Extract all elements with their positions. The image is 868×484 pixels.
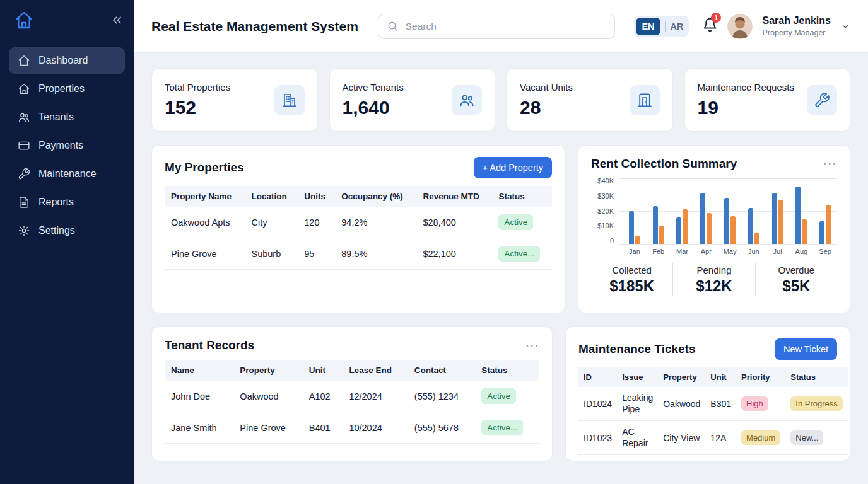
status-badge: High [741,396,768,411]
card-icon [18,139,30,152]
bar-pending [707,213,712,244]
table-row[interactable]: ID1024Leaking PipeOakwoodB301HighIn Prog… [578,387,848,421]
column-header: Name [165,360,233,381]
tenant-records-card: Tenant Records ⋯ NamePropertyUnitLease E… [151,326,553,461]
table-row[interactable]: ID1023AC RepairCity View12AMediumNew... [578,421,848,455]
search-box[interactable] [378,14,615,39]
x-tick-label: Jan [623,248,647,255]
total-value: $12K [673,277,754,295]
door-icon [630,85,660,115]
my-properties-card: My Properties + Add Property Property Na… [151,145,565,313]
table-row[interactable]: Oakwood AptsCity12094.2%$28,400Active [165,207,552,238]
home-icon [18,54,30,67]
rent-summary-card: Rent Collection Summary ⋯ $40K$30K$20K$1… [578,145,850,313]
table-row[interactable]: John DoeOakwoodA10212/2024(555) 1234Acti… [165,381,539,412]
sidebar-collapse-button[interactable] [110,13,124,27]
bar-pending [730,216,736,244]
bar-collected [700,193,705,244]
avatar[interactable] [727,14,753,39]
chart-x-axis: JanFebMarAprMayJunJulAugSep [619,248,837,255]
status-badge: Active... [481,420,523,435]
y-tick-label: 0 [610,238,614,244]
bar-group-may [718,178,742,244]
column-header: Contact [408,360,476,381]
bar-group-feb [647,178,671,244]
search-icon [387,20,399,32]
bar-collected [676,217,681,244]
sidebar-item-dashboard[interactable]: Dashboard [9,47,125,74]
status-badge: New... [790,430,823,445]
column-header: Lease End [343,360,408,381]
user-menu[interactable]: Sarah Jenkins Property Manager [762,14,831,38]
lang-en-button[interactable]: EN [636,18,660,35]
column-header: Revenue MTD [416,186,492,207]
status-badge: Active [481,388,516,404]
sidebar-item-label: Properties [38,83,85,95]
sidebar-item-properties[interactable]: Properties [9,76,125,102]
sidebar-item-settings[interactable]: Settings [9,217,125,244]
sidebar-item-label: Settings [38,225,75,236]
avatar-image [727,14,753,39]
notifications-button[interactable]: 1 [702,17,718,35]
column-header: Location [245,186,298,207]
bar-collected [724,198,729,244]
sidebar-item-maintenance[interactable]: Maintenance [9,161,125,187]
sidebar-nav: DashboardPropertiesTenantsPaymentsMainte… [0,45,134,246]
stat-label: Active Tenants [343,82,404,93]
stat-value: 1,640 [343,97,404,118]
status-badge: Medium [741,430,780,445]
table-row[interactable]: Jane SmithPine GroveB40110/2024(555) 567… [165,412,539,444]
column-header: Status [785,367,847,387]
bar-group-jun [742,178,766,244]
building-icon [274,85,305,115]
dashboard-content: Total Properties152Active Tenants1,640Va… [134,53,868,484]
main-area: Real Estate Management System EN AR 1 [134,0,868,484]
lang-ar-button[interactable]: AR [671,21,684,32]
stats-row: Total Properties152Active Tenants1,640Va… [151,68,850,132]
bar-pending [635,236,640,244]
sidebar-item-tenants[interactable]: Tenants [9,104,125,130]
more-options-icon[interactable]: ⋯ [823,157,837,171]
column-header: Unit [303,360,343,381]
stat-value: 19 [698,97,794,118]
my-properties-title: My Properties [165,161,244,175]
bar-pending [754,233,760,244]
users-icon [18,111,30,124]
sidebar-item-payments[interactable]: Payments [9,132,125,159]
stat-card-active-tenants: Active Tenants1,640 [329,68,496,132]
stat-label: Total Properties [165,82,230,93]
maintenance-tickets-title: Maintenance Tickets [578,342,696,356]
rent-total-pending: Pending$12K [672,263,754,296]
total-label: Collected [591,265,672,275]
add-property-button[interactable]: + Add Property [474,157,552,178]
column-header: Property [658,367,705,387]
rent-totals: Collected$185KPending$12KOverdue$5K [591,263,837,296]
maintenance-table: IDIssuePropertyUnitPriorityStatusID1024L… [578,367,848,455]
rent-chart: $40K$30K$20K$10K0 JanFebMarAprMayJunJulA… [591,178,837,255]
maintenance-tickets-card: Maintenance Tickets New Ticket IDIssuePr… [565,326,850,461]
more-options-icon[interactable]: ⋯ [525,338,539,352]
sidebar-item-reports[interactable]: Reports [9,189,125,216]
x-tick-label: Sep [813,248,837,255]
bar-group-mar [671,178,695,244]
status-badge: Active [498,214,533,230]
chevron-down-icon[interactable] [840,21,850,32]
new-ticket-button[interactable]: New Ticket [775,338,837,360]
rent-total-collected: Collected$185K [591,263,672,296]
search-input[interactable] [404,20,606,33]
sidebar: DashboardPropertiesTenantsPaymentsMainte… [0,0,134,484]
stat-label: Vacant Units [520,82,573,93]
y-tick-label: $30K [597,193,614,199]
table-row[interactable]: Pine GroveSuburb9589.5%$22,100Active... [165,238,552,270]
x-tick-label: May [718,248,742,255]
total-label: Overdue [756,265,837,275]
column-header: Priority [736,367,785,387]
column-header: Unit [705,367,736,387]
bar-group-apr [694,178,718,244]
bar-collected [748,208,753,244]
bar-group-aug [789,178,813,244]
bar-group-sep [813,178,837,244]
sidebar-item-label: Reports [38,197,74,208]
x-tick-label: Jun [742,248,766,255]
gear-icon [18,224,30,237]
